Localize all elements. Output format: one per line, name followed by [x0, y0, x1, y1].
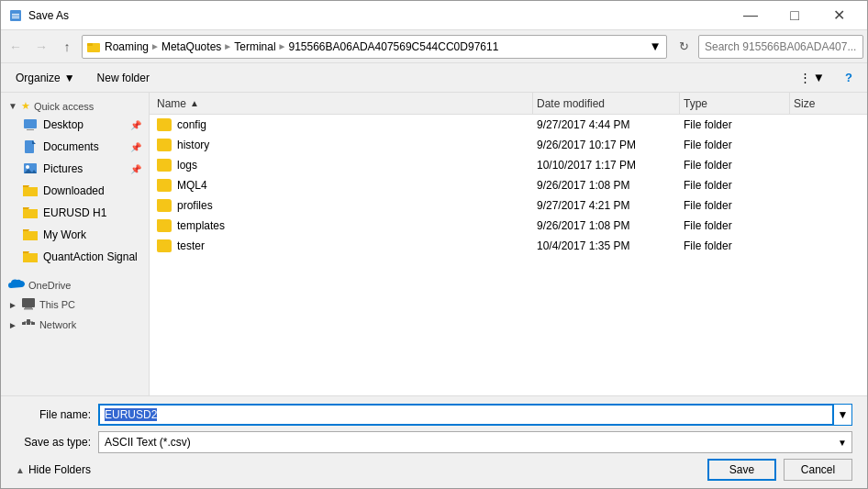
filename-row: File name: ▼: [16, 404, 852, 426]
main-content: ▼ ★ Quick access Desktop 📌: [1, 93, 867, 395]
help-button[interactable]: ?: [838, 67, 860, 89]
header-name[interactable]: Name ▲: [153, 93, 533, 114]
search-input[interactable]: [698, 35, 863, 59]
desktop-icon: [23, 117, 38, 132]
sidebar-item-eurusd[interactable]: EURUSD H1: [1, 202, 149, 224]
address-dropdown-button[interactable]: ▼: [648, 36, 662, 58]
save-button[interactable]: Save: [707, 459, 776, 481]
address-bar[interactable]: Roaming ► MetaQuotes ► Terminal ► 915566…: [82, 35, 667, 59]
address-toolbar: ← → ↑ Roaming ► MetaQuotes ► Terminal ► …: [1, 30, 867, 63]
onedrive-label: OneDrive: [28, 280, 71, 291]
file-name-cell: MQL4: [153, 179, 533, 192]
eurusd-folder-icon: [23, 206, 38, 220]
sidebar-item-pictures[interactable]: Pictures 📌: [1, 158, 149, 180]
saveas-row: Save as type: ASCII Text (*.csv)CSV (*.c…: [16, 431, 852, 453]
organize-button[interactable]: Organize ▼: [8, 67, 83, 89]
sidebar-item-quantaction[interactable]: QuantAction Signal: [1, 246, 149, 268]
forward-button[interactable]: →: [30, 36, 52, 58]
onedrive-icon: [8, 279, 25, 292]
network-icon: [21, 317, 36, 332]
maximize-button[interactable]: □: [773, 3, 816, 28]
close-button[interactable]: ✕: [818, 3, 860, 28]
sidebar-item-mywork[interactable]: My Work: [1, 224, 149, 246]
pin-icon-pictures: 📌: [130, 164, 141, 174]
filename-input[interactable]: [98, 404, 834, 426]
file-name-cell: history: [153, 139, 533, 151]
file-name-cell: logs: [153, 159, 533, 172]
table-row[interactable]: logs 10/10/2017 1:17 PM File folder: [150, 155, 867, 175]
quick-access-icon: ★: [21, 100, 30, 112]
sidebar-quantaction-label: QuantAction Signal: [43, 250, 138, 263]
pin-icon-desktop: 📌: [130, 120, 141, 130]
file-type-cell: File folder: [680, 118, 790, 131]
sidebar-desktop-label: Desktop: [43, 118, 83, 131]
header-date[interactable]: Date modified: [533, 93, 680, 114]
sidebar-onedrive[interactable]: OneDrive: [1, 275, 149, 294]
sidebar: ▼ ★ Quick access Desktop 📌: [1, 93, 150, 395]
breadcrumb-guid[interactable]: 915566BA06ADA407569C544CC0D97611: [288, 40, 498, 53]
location-icon: [86, 39, 101, 54]
sidebar-section-quick-access[interactable]: ▼ ★ Quick access: [1, 96, 149, 114]
title-bar: Save As — □ ✕: [1, 1, 867, 30]
file-date-cell: 9/26/2017 1:08 PM: [533, 179, 680, 192]
save-as-dialog: Save As — □ ✕ ← → ↑ Roaming ► MetaQuotes…: [0, 0, 868, 489]
svg-rect-1: [12, 16, 19, 17]
saveas-select[interactable]: ASCII Text (*.csv)CSV (*.csv)All Files (…: [98, 431, 852, 453]
sidebar-item-documents[interactable]: Documents 📌: [1, 136, 149, 158]
svg-rect-3: [12, 14, 19, 15]
file-type-cell: File folder: [680, 179, 790, 192]
table-row[interactable]: config 9/27/2017 4:44 PM File folder: [150, 115, 867, 135]
file-type-cell: File folder: [680, 159, 790, 172]
file-type-cell: File folder: [680, 239, 790, 252]
table-row[interactable]: templates 9/26/2017 1:08 PM File folder: [150, 216, 867, 236]
new-folder-button[interactable]: New folder: [90, 67, 157, 89]
saveas-label: Save as type:: [16, 436, 98, 449]
minimize-button[interactable]: —: [729, 3, 772, 28]
table-row[interactable]: MQL4 9/26/2017 1:08 PM File folder: [150, 175, 867, 195]
up-button[interactable]: ↑: [56, 36, 78, 58]
thispc-icon: [21, 297, 36, 312]
back-button[interactable]: ←: [5, 36, 27, 58]
svg-rect-2: [12, 17, 19, 18]
pin-icon-documents: 📌: [130, 142, 141, 152]
svg-rect-6: [24, 119, 37, 128]
sidebar-item-downloaded[interactable]: Downloaded: [1, 180, 149, 202]
header-size[interactable]: Size: [790, 93, 863, 114]
file-date-cell: 10/4/2017 1:35 PM: [533, 239, 680, 252]
table-row[interactable]: history 9/26/2017 10:17 PM File folder: [150, 135, 867, 155]
cancel-button[interactable]: Cancel: [784, 459, 852, 481]
breadcrumb: Roaming ► MetaQuotes ► Terminal ► 915566…: [105, 40, 644, 53]
hide-folders-icon: ▲: [16, 465, 25, 475]
breadcrumb-metaquotes[interactable]: MetaQuotes: [161, 40, 221, 53]
network-label: Network: [39, 319, 76, 330]
file-date-cell: 9/26/2017 1:08 PM: [533, 219, 680, 232]
sidebar-network[interactable]: ► Network: [1, 314, 149, 334]
header-type[interactable]: Type: [680, 93, 790, 114]
breadcrumb-terminal[interactable]: Terminal: [234, 40, 275, 53]
sidebar-item-desktop[interactable]: Desktop 📌: [1, 114, 149, 136]
hide-folders-label: Hide Folders: [28, 463, 91, 476]
svg-marker-9: [32, 140, 36, 144]
sidebar-documents-label: Documents: [43, 140, 99, 153]
sidebar-thispc[interactable]: ► This PC: [1, 294, 149, 314]
table-row[interactable]: tester 10/4/2017 1:35 PM File folder: [150, 236, 867, 256]
folder-icon: [157, 159, 172, 172]
network-chevron: ►: [8, 320, 17, 330]
bottom-bar: File name: ▼ Save as type: ASCII Text (*…: [1, 395, 867, 488]
file-date-cell: 9/26/2017 10:17 PM: [533, 139, 680, 151]
file-list-container: Name ▲ Date modified Type Size config 9: [150, 93, 867, 395]
table-row[interactable]: profiles 9/27/2017 4:21 PM File folder: [150, 195, 867, 216]
filename-dropdown-button[interactable]: ▼: [834, 404, 852, 426]
file-name-cell: profiles: [153, 199, 533, 212]
dialog-icon: [8, 8, 23, 23]
refresh-button[interactable]: ↻: [673, 36, 695, 58]
thispc-chevron: ►: [8, 300, 17, 310]
thispc-label: This PC: [39, 299, 75, 310]
file-list: config 9/27/2017 4:44 PM File folder his…: [150, 115, 867, 395]
hide-folders-button[interactable]: ▲ Hide Folders: [16, 463, 91, 476]
breadcrumb-roaming[interactable]: Roaming: [105, 40, 149, 53]
svg-rect-7: [27, 129, 34, 130]
view-button[interactable]: ⋮ ▼: [794, 67, 830, 89]
downloaded-folder-icon: [23, 183, 38, 198]
file-date-cell: 10/10/2017 1:17 PM: [533, 159, 680, 172]
